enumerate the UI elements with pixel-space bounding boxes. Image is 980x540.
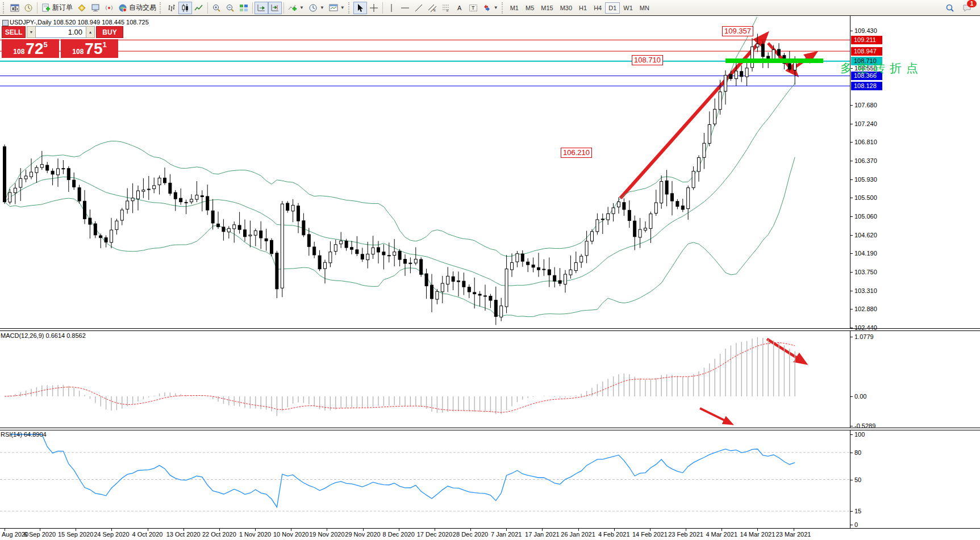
timeframe-m1-button[interactable]: M1 xyxy=(507,2,522,14)
date-tick-mark xyxy=(578,529,579,531)
candle xyxy=(30,158,33,179)
rsi-indicator-label: RSI(14) 64.8904 xyxy=(1,431,47,438)
vertical-line-tool-button[interactable] xyxy=(385,2,398,14)
candle xyxy=(452,271,454,290)
zoom-out-button[interactable] xyxy=(223,2,237,14)
rsi-pane[interactable] xyxy=(0,430,850,528)
axis-tick-mark xyxy=(850,124,853,124)
pane-separator[interactable] xyxy=(0,428,980,430)
timeframe-h4-button[interactable]: H4 xyxy=(590,2,605,14)
macd-pane[interactable] xyxy=(0,330,850,428)
buy-price-display[interactable]: 108 75 1 xyxy=(61,39,118,58)
text-tool-button[interactable]: A xyxy=(453,2,466,14)
candle xyxy=(719,80,722,115)
timeframe-d1-button[interactable]: D1 xyxy=(605,2,620,14)
toolbar-grip[interactable] xyxy=(348,2,351,14)
volume-increase-button[interactable]: ▲ xyxy=(86,26,95,38)
auto-scroll-button[interactable] xyxy=(255,2,268,14)
timeframe-m15-button[interactable]: M15 xyxy=(537,2,556,14)
line-chart-button[interactable] xyxy=(192,2,206,14)
price-annotation-label[interactable]: 106.210 xyxy=(561,148,592,158)
candle xyxy=(201,190,203,211)
horizontal-line-tool-button[interactable] xyxy=(398,2,412,14)
candle xyxy=(158,175,161,194)
timeframe-mn-button[interactable]: MN xyxy=(636,2,653,14)
fibonacci-tool-button[interactable]: F xyxy=(439,2,453,14)
price-annotation-label[interactable]: 109.357 xyxy=(722,26,753,36)
price-tick-label: 106.810 xyxy=(854,139,877,145)
signals-button[interactable] xyxy=(102,2,116,14)
candle xyxy=(462,273,465,295)
timeframe-m30-button[interactable]: M30 xyxy=(557,2,576,14)
new-order-button[interactable]: 新订单 xyxy=(39,2,75,14)
zoom-in-button[interactable] xyxy=(210,2,223,14)
price-tick-label: 105.930 xyxy=(854,176,877,183)
autotrading-button[interactable]: 自动交易 xyxy=(116,2,159,14)
macd-axis-label: 0.00 xyxy=(854,393,866,400)
arrows-tool-button[interactable]: ▼ xyxy=(480,2,501,14)
bar-chart-button[interactable] xyxy=(165,2,178,14)
axis-tick-mark xyxy=(850,235,853,236)
date-tick-mark xyxy=(722,529,722,531)
sell-button[interactable]: SELL xyxy=(2,26,26,38)
notifications-button[interactable]: 1 xyxy=(960,2,974,14)
candle xyxy=(366,242,369,269)
timeframe-m5-button[interactable]: M5 xyxy=(522,2,537,14)
toolbar-grip[interactable] xyxy=(160,2,162,14)
candlestick-chart-button[interactable] xyxy=(178,2,192,14)
main-toolbar: 新订单 自动交易 xyxy=(0,0,980,16)
volume-input[interactable]: 1.00 xyxy=(36,26,86,38)
pivot-note-text[interactable]: 多空转折点 xyxy=(840,60,923,76)
date-label: 14 Feb 2021 xyxy=(632,531,668,538)
candle xyxy=(425,269,428,299)
date-tick-mark xyxy=(542,529,543,531)
axis-tick-mark xyxy=(850,253,853,254)
candle xyxy=(516,251,519,267)
svg-text:F: F xyxy=(447,9,449,12)
candle xyxy=(84,190,86,224)
toolbar-separator xyxy=(207,2,208,14)
candle xyxy=(270,238,273,257)
pane-separator[interactable] xyxy=(0,328,980,331)
text-icon: A xyxy=(455,3,464,12)
crosshair-tool-button[interactable] xyxy=(367,2,381,14)
main-price-pane[interactable] xyxy=(0,17,850,328)
trendline-tool-button[interactable] xyxy=(412,2,426,14)
date-label: 10 Nov 2020 xyxy=(273,531,308,538)
channel-tool-button[interactable]: E xyxy=(426,2,439,14)
timeframe-w1-button[interactable]: W1 xyxy=(620,2,636,14)
periods-button[interactable]: ▼ xyxy=(306,2,327,14)
cursor-tool-button[interactable] xyxy=(353,2,367,14)
candle xyxy=(195,181,198,202)
indicators-button[interactable]: ▼ xyxy=(286,2,306,14)
candle xyxy=(147,176,150,200)
candle xyxy=(244,220,247,242)
volume-decrease-button[interactable]: ▼ xyxy=(27,26,36,38)
toolbar-grip[interactable] xyxy=(3,2,6,14)
support-zone-bar[interactable] xyxy=(725,58,823,63)
tile-windows-button[interactable] xyxy=(237,2,251,14)
price-annotation-label[interactable]: 108.710 xyxy=(632,55,663,65)
history-center-button[interactable] xyxy=(22,2,35,14)
date-tick-mark xyxy=(614,529,615,531)
axis-tick-mark xyxy=(850,216,853,217)
candle xyxy=(585,231,588,263)
sell-price-display[interactable]: 108 72 5 xyxy=(2,39,59,58)
timeframe-h1-button[interactable]: H1 xyxy=(576,2,590,14)
candle xyxy=(687,186,690,220)
styler-button[interactable] xyxy=(75,2,89,14)
candle xyxy=(51,169,54,186)
toolbar-grip[interactable] xyxy=(502,2,504,14)
candle xyxy=(740,65,743,82)
terminal-button[interactable] xyxy=(89,2,102,14)
text-label-tool-button[interactable]: T xyxy=(466,2,480,14)
candle xyxy=(227,226,230,238)
candle xyxy=(447,267,449,292)
chart-shift-button[interactable] xyxy=(268,2,282,14)
templates-button[interactable]: ▼ xyxy=(327,2,347,14)
rsi-axis-label: 80 xyxy=(854,449,861,456)
buy-button[interactable]: BUY xyxy=(96,26,123,38)
new-chart-button[interactable] xyxy=(8,2,22,14)
candle xyxy=(356,236,358,256)
search-button[interactable] xyxy=(943,2,957,14)
